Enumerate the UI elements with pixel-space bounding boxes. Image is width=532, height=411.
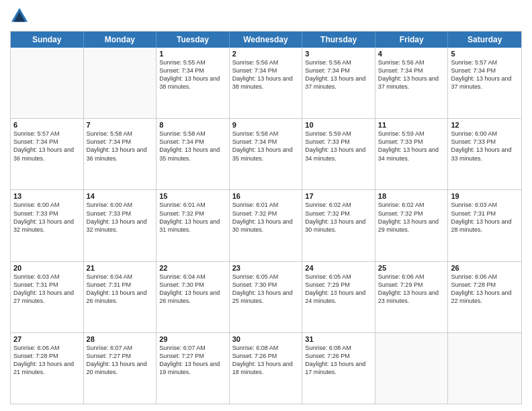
calendar-cell: 13Sunrise: 6:00 AM Sunset: 7:33 PM Dayli…: [11, 190, 84, 261]
calendar-cell: 12Sunrise: 6:00 AM Sunset: 7:33 PM Dayli…: [448, 119, 521, 189]
calendar-cell: 25Sunrise: 6:06 AM Sunset: 7:29 PM Dayli…: [375, 262, 449, 332]
calendar-cell: 14Sunrise: 6:00 AM Sunset: 7:33 PM Dayli…: [84, 190, 157, 261]
day-number: 18: [378, 192, 445, 200]
day-number: 11: [378, 121, 445, 129]
day-number: 12: [451, 121, 519, 129]
calendar: SundayMondayTuesdayWednesdayThursdayFrid…: [10, 31, 522, 404]
day-number: 2: [232, 50, 300, 58]
cell-info: Sunrise: 6:05 AM Sunset: 7:29 PM Dayligh…: [305, 273, 372, 306]
cell-info: Sunrise: 5:56 AM Sunset: 7:34 PM Dayligh…: [232, 58, 300, 91]
weekday-header: Sunday: [11, 32, 84, 48]
day-number: 21: [87, 264, 154, 272]
calendar-row: 20Sunrise: 6:03 AM Sunset: 7:31 PM Dayli…: [11, 261, 521, 332]
cell-info: Sunrise: 6:06 AM Sunset: 7:28 PM Dayligh…: [451, 273, 519, 306]
cell-info: Sunrise: 6:00 AM Sunset: 7:33 PM Dayligh…: [87, 201, 154, 234]
cell-info: Sunrise: 5:56 AM Sunset: 7:34 PM Dayligh…: [378, 58, 445, 91]
calendar-cell: 10Sunrise: 5:59 AM Sunset: 7:33 PM Dayli…: [302, 119, 375, 189]
day-number: 22: [159, 264, 226, 272]
calendar-cell: 29Sunrise: 6:07 AM Sunset: 7:27 PM Dayli…: [157, 333, 230, 404]
calendar-cell: 19Sunrise: 6:03 AM Sunset: 7:31 PM Dayli…: [448, 190, 521, 261]
calendar-cell: 5Sunrise: 5:57 AM Sunset: 7:34 PM Daylig…: [448, 48, 521, 118]
cell-info: Sunrise: 6:00 AM Sunset: 7:33 PM Dayligh…: [451, 130, 519, 163]
day-number: 14: [87, 192, 154, 200]
calendar-cell: 7Sunrise: 5:58 AM Sunset: 7:34 PM Daylig…: [84, 119, 157, 189]
calendar-cell: [11, 48, 84, 118]
day-number: 23: [232, 264, 300, 272]
cell-info: Sunrise: 6:04 AM Sunset: 7:30 PM Dayligh…: [159, 273, 226, 306]
calendar-cell: 20Sunrise: 6:03 AM Sunset: 7:31 PM Dayli…: [11, 262, 84, 332]
cell-info: Sunrise: 6:02 AM Sunset: 7:32 PM Dayligh…: [378, 201, 445, 234]
cell-info: Sunrise: 5:58 AM Sunset: 7:34 PM Dayligh…: [232, 130, 300, 163]
calendar-body: 1Sunrise: 5:55 AM Sunset: 7:34 PM Daylig…: [11, 48, 521, 404]
calendar-cell: 21Sunrise: 6:04 AM Sunset: 7:31 PM Dayli…: [84, 262, 157, 332]
day-number: 20: [13, 264, 81, 272]
calendar-cell: 23Sunrise: 6:05 AM Sunset: 7:30 PM Dayli…: [230, 262, 303, 332]
cell-info: Sunrise: 5:59 AM Sunset: 7:33 PM Dayligh…: [305, 130, 372, 163]
calendar-row: 13Sunrise: 6:00 AM Sunset: 7:33 PM Dayli…: [11, 189, 521, 261]
calendar-cell: 27Sunrise: 6:06 AM Sunset: 7:28 PM Dayli…: [11, 333, 84, 404]
calendar-header: SundayMondayTuesdayWednesdayThursdayFrid…: [11, 32, 521, 48]
day-number: 17: [305, 192, 372, 200]
day-number: 15: [159, 192, 226, 200]
day-number: 19: [451, 192, 519, 200]
calendar-cell: [84, 48, 157, 118]
page: SundayMondayTuesdayWednesdayThursdayFrid…: [0, 0, 532, 411]
day-number: 26: [451, 264, 519, 272]
cell-info: Sunrise: 6:07 AM Sunset: 7:27 PM Dayligh…: [87, 344, 154, 377]
calendar-cell: [448, 333, 521, 404]
cell-info: Sunrise: 5:58 AM Sunset: 7:34 PM Dayligh…: [87, 130, 154, 163]
day-number: 29: [159, 335, 226, 343]
day-number: 7: [87, 121, 154, 129]
cell-info: Sunrise: 5:57 AM Sunset: 7:34 PM Dayligh…: [451, 58, 519, 91]
calendar-cell: 26Sunrise: 6:06 AM Sunset: 7:28 PM Dayli…: [448, 262, 521, 332]
calendar-cell: 30Sunrise: 6:08 AM Sunset: 7:26 PM Dayli…: [230, 333, 303, 404]
cell-info: Sunrise: 6:01 AM Sunset: 7:32 PM Dayligh…: [159, 201, 226, 234]
day-number: 4: [378, 50, 445, 58]
calendar-cell: 8Sunrise: 5:58 AM Sunset: 7:34 PM Daylig…: [157, 119, 230, 189]
calendar-cell: 1Sunrise: 5:55 AM Sunset: 7:34 PM Daylig…: [157, 48, 230, 118]
day-number: 5: [451, 50, 519, 58]
day-number: 1: [159, 50, 226, 58]
header: [10, 7, 522, 26]
cell-info: Sunrise: 6:02 AM Sunset: 7:32 PM Dayligh…: [305, 201, 372, 234]
calendar-cell: 22Sunrise: 6:04 AM Sunset: 7:30 PM Dayli…: [157, 262, 230, 332]
calendar-cell: 11Sunrise: 5:59 AM Sunset: 7:33 PM Dayli…: [375, 119, 449, 189]
calendar-cell: 17Sunrise: 6:02 AM Sunset: 7:32 PM Dayli…: [302, 190, 375, 261]
logo: [10, 7, 32, 26]
calendar-cell: 31Sunrise: 6:08 AM Sunset: 7:26 PM Dayli…: [302, 333, 375, 404]
day-number: 6: [13, 121, 81, 129]
weekday-header: Friday: [375, 32, 449, 48]
day-number: 27: [13, 335, 81, 343]
cell-info: Sunrise: 6:00 AM Sunset: 7:33 PM Dayligh…: [13, 201, 81, 234]
cell-info: Sunrise: 5:55 AM Sunset: 7:34 PM Dayligh…: [159, 58, 226, 91]
cell-info: Sunrise: 6:03 AM Sunset: 7:31 PM Dayligh…: [13, 273, 81, 306]
calendar-cell: 24Sunrise: 6:05 AM Sunset: 7:29 PM Dayli…: [302, 262, 375, 332]
day-number: 28: [87, 335, 154, 343]
cell-info: Sunrise: 6:08 AM Sunset: 7:26 PM Dayligh…: [305, 344, 372, 377]
calendar-cell: 28Sunrise: 6:07 AM Sunset: 7:27 PM Dayli…: [84, 333, 157, 404]
cell-info: Sunrise: 6:06 AM Sunset: 7:28 PM Dayligh…: [13, 344, 81, 377]
day-number: 8: [159, 121, 226, 129]
day-number: 10: [305, 121, 372, 129]
cell-info: Sunrise: 6:07 AM Sunset: 7:27 PM Dayligh…: [159, 344, 226, 377]
calendar-cell: 16Sunrise: 6:01 AM Sunset: 7:32 PM Dayli…: [230, 190, 303, 261]
weekday-header: Thursday: [302, 32, 375, 48]
weekday-header: Tuesday: [157, 32, 230, 48]
calendar-cell: [375, 333, 449, 404]
day-number: 25: [378, 264, 445, 272]
calendar-cell: 6Sunrise: 5:57 AM Sunset: 7:34 PM Daylig…: [11, 119, 84, 189]
cell-info: Sunrise: 6:05 AM Sunset: 7:30 PM Dayligh…: [232, 273, 300, 306]
calendar-cell: 9Sunrise: 5:58 AM Sunset: 7:34 PM Daylig…: [230, 119, 303, 189]
day-number: 3: [305, 50, 372, 58]
calendar-cell: 18Sunrise: 6:02 AM Sunset: 7:32 PM Dayli…: [375, 190, 449, 261]
cell-info: Sunrise: 6:06 AM Sunset: 7:29 PM Dayligh…: [378, 273, 445, 306]
weekday-header: Wednesday: [230, 32, 303, 48]
cell-info: Sunrise: 5:57 AM Sunset: 7:34 PM Dayligh…: [13, 130, 81, 163]
calendar-row: 1Sunrise: 5:55 AM Sunset: 7:34 PM Daylig…: [11, 48, 521, 118]
calendar-row: 6Sunrise: 5:57 AM Sunset: 7:34 PM Daylig…: [11, 118, 521, 189]
cell-info: Sunrise: 5:59 AM Sunset: 7:33 PM Dayligh…: [378, 130, 445, 163]
weekday-header: Saturday: [448, 32, 521, 48]
logo-icon: [10, 7, 29, 26]
calendar-row: 27Sunrise: 6:06 AM Sunset: 7:28 PM Dayli…: [11, 332, 521, 404]
calendar-cell: 4Sunrise: 5:56 AM Sunset: 7:34 PM Daylig…: [375, 48, 449, 118]
